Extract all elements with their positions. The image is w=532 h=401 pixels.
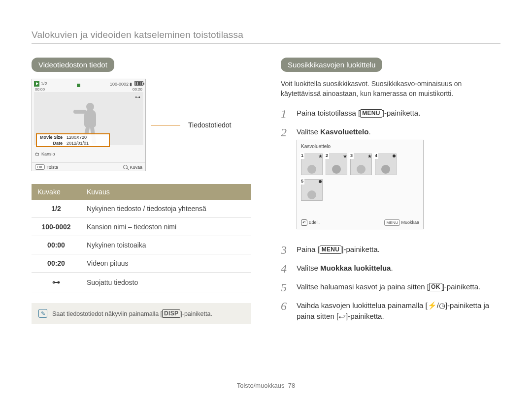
ok-button-label: OK <box>429 283 442 291</box>
edit-label: Muokkaa <box>401 220 419 225</box>
bold-term: Muokkaa luokittelua <box>320 264 391 272</box>
star-icon: ★ <box>318 153 323 160</box>
face-item: 5 <box>301 179 323 201</box>
table-row: 00:20Videon pituus <box>32 254 251 273</box>
battery-icon <box>134 81 143 86</box>
face-item: 3★ <box>350 154 372 175</box>
zoom-label: Kuvaa <box>130 165 142 170</box>
section-heading-right: Suosikkikasvojen luokittelu <box>281 58 382 72</box>
table-row: ⊶ Suojattu tiedosto <box>32 273 251 292</box>
tip-badge-icon: ✎ <box>38 309 47 318</box>
ok-key-icon: OK <box>35 164 45 170</box>
play-label: Toista <box>47 165 59 170</box>
memory-card-icon: ▮ <box>130 82 132 87</box>
callout-label: Tiedostotiedot <box>188 121 231 129</box>
section-heading-left: Videotiedoston tiedot <box>32 58 114 72</box>
facelcd-title: Kasvoluettelo <box>297 140 423 152</box>
step-item: Valitse Muokkaa luokittelua. <box>281 263 500 275</box>
table-row: 1/2Nykyinen tiedosto / tiedostoja yhteen… <box>32 200 251 218</box>
bold-term: Kasvoluettelo <box>320 127 368 136</box>
step-item: Paina toistotilassa [MENU]-painiketta. <box>281 108 500 120</box>
record-dot-icon <box>77 84 80 87</box>
table-head-desc: Kuvaus <box>81 184 251 200</box>
file-index: 1/2 <box>41 81 47 86</box>
title-divider <box>32 43 500 44</box>
back-icon: ↶ <box>301 219 307 226</box>
back-label: Edell. <box>309 220 320 225</box>
disp-button-label: DISP <box>162 309 180 318</box>
menu-button-label: MENU <box>320 246 342 254</box>
file-info-overlay: Movie Size1280X720 Date2012/01/01 <box>36 133 110 147</box>
steps-list: Paina toistotilassa [MENU]-painiketta. V… <box>281 108 500 322</box>
right-column: Suosikkikasvojen luokittelu Voit luokite… <box>281 58 500 329</box>
current-time: 00:00 <box>35 87 45 92</box>
video-info-lcd: 1/2 100-0002 ▮ 00:00 00:20 <box>32 79 146 171</box>
left-column: Videotiedoston tiedot 1/2 100-0002 <box>32 58 251 329</box>
play-icon <box>34 81 39 87</box>
menu-button-label: MENU <box>360 109 382 118</box>
face-item: 4 <box>375 154 397 175</box>
step-item: Valitse Kasvoluettelo. Kasvoluettelo 1★ … <box>281 126 500 238</box>
dot-icon <box>393 154 396 157</box>
total-time: 00:20 <box>133 87 142 92</box>
tip-box: ✎ Saat tiedostotiedot näkyviin painamall… <box>32 303 251 324</box>
footer-page-number: 78 <box>288 382 295 389</box>
tip-text-post: ]-painiketta. <box>180 310 212 317</box>
step-item: Paina [MENU]-painiketta. <box>281 244 500 256</box>
menu-key-icon: MENU <box>384 219 400 226</box>
zoom-icon <box>123 165 128 169</box>
lock-icon: ⊶ <box>135 94 140 100</box>
page-footer: Toisto/muokkaus 78 <box>0 382 532 389</box>
page-title: Valokuvien ja videoiden katseleminen toi… <box>32 30 500 40</box>
table-row: 100-0002Kansion nimi – tiedoston nimi <box>32 218 251 236</box>
face-item: 2★ <box>326 154 347 175</box>
footer-section: Toisto/muokkaus <box>237 382 285 389</box>
face-item: 1★ <box>301 154 323 175</box>
table-head-icon: Kuvake <box>32 184 81 200</box>
folder-icon: 🗀 <box>35 152 39 156</box>
face-list-lcd: Kasvoluettelo 1★ 2★ 3★ 4 5 ↶ <box>297 140 424 229</box>
star-icon: ★ <box>367 153 372 160</box>
star-icon: ★ <box>343 153 347 160</box>
intro-text: Voit luokitella suosikkikasvot. Suosikki… <box>281 79 500 99</box>
timer-icon: ◷ <box>439 300 445 311</box>
tip-text-pre: Saat tiedostotiedot näkyviin painamalla … <box>52 310 162 317</box>
video-thumbnail: ⊶ Movie Size1280X720 Date2012/01/01 <box>34 92 143 145</box>
folder-file-number: 100-0002 <box>110 82 129 87</box>
lock-icon: ⊶ <box>52 278 60 286</box>
callout-leader-line <box>151 125 180 125</box>
return-icon: ⮐ <box>338 312 346 320</box>
table-row: 00:00Nykyinen toistoaika <box>32 236 251 254</box>
step-item: Valitse haluamasi kasvot ja paina sitten… <box>281 281 500 293</box>
icon-description-table: Kuvake Kuvaus 1/2Nykyinen tiedosto / tie… <box>32 184 251 292</box>
folder-label: Kansio <box>41 152 55 156</box>
dot-icon <box>319 180 322 183</box>
flash-icon: ⚡ <box>428 300 437 311</box>
step-item: Vaihda kasvojen luokittelua painamalla [… <box>281 300 500 322</box>
